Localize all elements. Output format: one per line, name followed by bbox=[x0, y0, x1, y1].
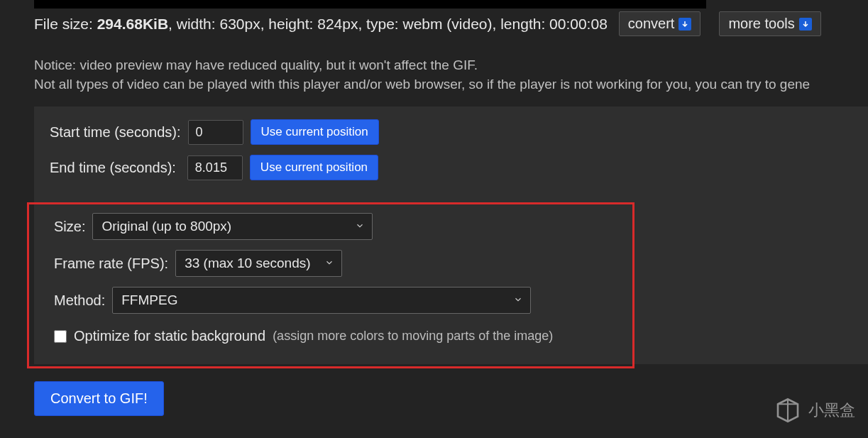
chevron-down-icon bbox=[513, 292, 523, 308]
notice-text: Notice: video preview may have reduced q… bbox=[34, 56, 868, 94]
size-select[interactable]: Original (up to 800px) bbox=[92, 213, 373, 240]
size-label: Size: bbox=[54, 219, 85, 235]
chevron-down-icon bbox=[355, 219, 365, 234]
size-row: Size: Original (up to 800px) bbox=[54, 213, 852, 240]
more-tools-button[interactable]: more tools bbox=[719, 11, 820, 36]
watermark-text: 小黑盒 bbox=[808, 400, 855, 421]
size-select-value: Original (up to 800px) bbox=[101, 219, 231, 234]
method-row: Method: FFMPEG bbox=[54, 287, 852, 314]
watermark-logo-icon bbox=[773, 395, 803, 425]
fps-row: Frame rate (FPS): 33 (max 10 seconds) bbox=[54, 250, 852, 277]
more-tools-label: more tools bbox=[728, 16, 794, 32]
time-panel: Start time (seconds): Use current positi… bbox=[34, 106, 868, 196]
fps-select-value: 33 (max 10 seconds) bbox=[185, 256, 310, 270]
end-time-row: End time (seconds): Use current position bbox=[50, 155, 852, 180]
optimize-checkbox[interactable] bbox=[54, 330, 67, 343]
fps-label: Frame rate (FPS): bbox=[54, 256, 168, 272]
use-current-end-button[interactable]: Use current position bbox=[250, 155, 378, 180]
optimize-hint: (assign more colors to moving parts of t… bbox=[273, 329, 553, 344]
start-time-input[interactable] bbox=[188, 120, 243, 145]
fps-select[interactable]: 33 (max 10 seconds) bbox=[175, 250, 342, 277]
file-info-row: File size: 294.68KiB, width: 630px, heig… bbox=[34, 11, 868, 36]
download-icon bbox=[679, 18, 691, 31]
file-size-prefix: File size: bbox=[34, 16, 97, 32]
options-panel: Size: Original (up to 800px) Frame rate … bbox=[34, 196, 868, 364]
convert-button[interactable]: convert bbox=[619, 11, 701, 36]
use-current-start-button[interactable]: Use current position bbox=[251, 119, 379, 145]
file-size-value: 294.68KiB bbox=[97, 16, 168, 32]
optimize-row: Optimize for static background (assign m… bbox=[54, 328, 852, 344]
convert-label: convert bbox=[628, 16, 675, 32]
notice-line2: Not all types of video can be played wit… bbox=[34, 75, 868, 94]
optimize-label: Optimize for static background bbox=[74, 328, 265, 344]
method-select[interactable]: FFMPEG bbox=[112, 287, 531, 314]
start-time-row: Start time (seconds): Use current positi… bbox=[50, 119, 852, 145]
method-select-value: FFMPEG bbox=[121, 292, 177, 307]
notice-line1: Notice: video preview may have reduced q… bbox=[34, 56, 868, 75]
file-info-text: File size: 294.68KiB, width: 630px, heig… bbox=[34, 16, 608, 33]
start-time-label: Start time (seconds): bbox=[50, 124, 181, 141]
file-info-rest: , width: 630px, height: 824px, type: web… bbox=[168, 16, 608, 32]
end-time-input[interactable] bbox=[187, 155, 243, 180]
method-label: Method: bbox=[54, 292, 105, 309]
video-preview-bottom bbox=[34, 0, 706, 9]
watermark: 小黑盒 bbox=[773, 395, 855, 425]
end-time-label: End time (seconds): bbox=[50, 160, 176, 176]
convert-to-gif-button[interactable]: Convert to GIF! bbox=[34, 381, 164, 416]
download-icon bbox=[799, 18, 812, 31]
chevron-down-icon bbox=[324, 256, 334, 271]
